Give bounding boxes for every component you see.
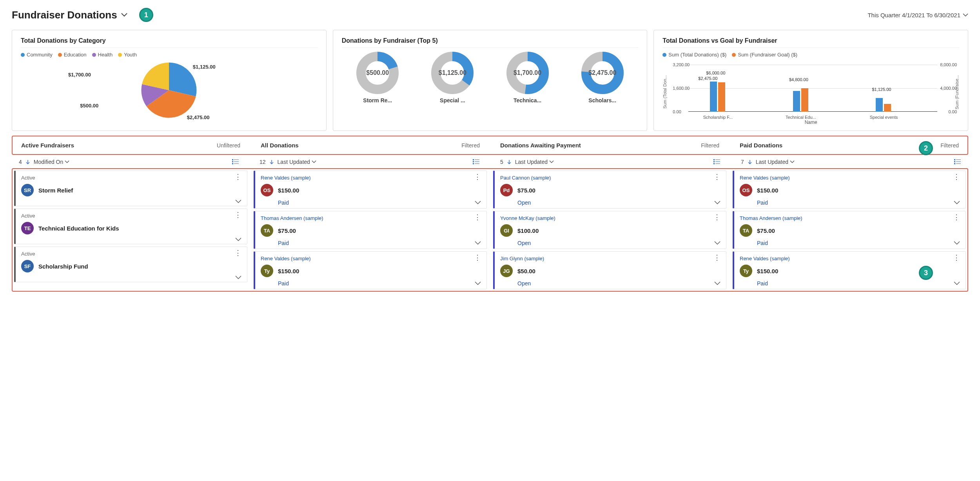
- chevron-down-icon[interactable]: [954, 201, 960, 205]
- more-icon[interactable]: ⋮: [474, 215, 481, 220]
- card-amount: $150.00: [278, 268, 299, 274]
- sort-field[interactable]: Modified On: [34, 159, 69, 165]
- pie-label-health: $500.00: [80, 103, 98, 109]
- bar-goal-label: $6,000.00: [706, 71, 725, 75]
- chevron-down-icon[interactable]: [954, 241, 960, 245]
- chevron-down-icon[interactable]: [714, 281, 720, 285]
- pie-label-education: $2,475.00: [187, 114, 210, 120]
- more-icon[interactable]: ⋮: [474, 256, 481, 260]
- more-icon[interactable]: ⋮: [474, 175, 481, 179]
- list-controls: 12Last Updated: [252, 156, 487, 168]
- more-icon[interactable]: ⋮: [953, 175, 960, 179]
- chevron-down-icon[interactable]: [235, 200, 241, 203]
- card-contact-link[interactable]: Yvonne McKay (sample): [500, 215, 555, 221]
- card-contact-link[interactable]: Rene Valdes (sample): [261, 256, 311, 261]
- list-card[interactable]: Thomas Andersen (sample)⋮TA$75.00Paid: [733, 211, 966, 249]
- more-icon[interactable]: ⋮: [953, 256, 960, 260]
- svg-rect-24: [713, 163, 715, 164]
- chart-category: Total Donations by Category CommunityEdu…: [12, 30, 327, 131]
- legend-item: Health: [92, 52, 113, 58]
- view-toggle-icon[interactable]: [473, 159, 480, 165]
- more-icon[interactable]: ⋮: [234, 175, 241, 179]
- list-filter-state: Filtered: [701, 142, 719, 149]
- page-title-group: Fundraiser Donations 1: [12, 8, 153, 22]
- list-header: Donations Awaiting PaymentFiltered: [493, 138, 726, 152]
- sort-arrow-icon[interactable]: [269, 159, 274, 165]
- legend-item: Education: [58, 52, 87, 58]
- legend-label: Youth: [124, 52, 137, 58]
- more-icon[interactable]: ⋮: [713, 175, 720, 179]
- avatar: TE: [21, 222, 34, 234]
- sort-field[interactable]: Last Updated: [278, 159, 316, 165]
- svg-rect-9: [234, 160, 239, 160]
- chevron-down-icon[interactable]: [714, 201, 720, 205]
- avatar: OS: [261, 184, 273, 196]
- donut-label: Storm Re...: [363, 97, 392, 103]
- sort-field[interactable]: Last Updated: [756, 159, 795, 165]
- swatch-icon: [21, 53, 25, 57]
- chevron-down-icon[interactable]: [121, 13, 127, 17]
- card-contact-link[interactable]: Paul Cannon (sample): [500, 175, 551, 181]
- more-icon[interactable]: ⋮: [713, 215, 720, 220]
- list-count: 12: [260, 159, 266, 165]
- svg-rect-14: [473, 159, 474, 160]
- more-icon[interactable]: ⋮: [234, 213, 241, 217]
- list-card[interactable]: Rene Valdes (sample)⋮OS$150.00Paid: [254, 171, 487, 209]
- chevron-down-icon: [65, 160, 69, 163]
- list-filter-state: Unfiltered: [217, 142, 240, 149]
- list-card[interactable]: Rene Valdes (sample)⋮Ty$150.00Paid: [254, 251, 487, 289]
- list-card[interactable]: Active⋮TETechnical Education for Kids: [14, 209, 247, 244]
- svg-rect-8: [232, 159, 233, 160]
- card-amount: $75.00: [517, 187, 535, 194]
- view-toggle-icon[interactable]: [954, 159, 961, 165]
- bar-donations: [793, 91, 800, 112]
- chart-goal: Total Donations vs Goal by Fundraiser Su…: [653, 30, 968, 131]
- more-icon[interactable]: ⋮: [953, 215, 960, 220]
- chevron-down-icon[interactable]: [714, 241, 720, 245]
- list-header: All DonationsFiltered: [254, 138, 487, 152]
- bar-group: $2,475.00$6,000.00Scholarship F...: [710, 82, 725, 112]
- date-range-selector[interactable]: This Quarter 4/1/2021 To 6/30/2021: [867, 12, 968, 18]
- list-card[interactable]: Active⋮SRStorm Relief: [14, 171, 247, 206]
- chevron-down-icon[interactable]: [235, 276, 241, 280]
- chevron-down-icon[interactable]: [954, 281, 960, 285]
- card-amount: $150.00: [757, 268, 778, 274]
- list-card[interactable]: Thomas Andersen (sample)⋮TA$75.00Paid: [254, 211, 487, 249]
- card-status-label: Active: [21, 175, 35, 181]
- list-controls: 4Modified On: [12, 156, 246, 168]
- chevron-down-icon[interactable]: [475, 281, 481, 285]
- view-toggle-icon[interactable]: [713, 159, 720, 165]
- sort-arrow-icon[interactable]: [747, 159, 753, 165]
- avatar: SR: [21, 184, 34, 196]
- card-contact-link[interactable]: Thomas Andersen (sample): [740, 215, 802, 221]
- list-card[interactable]: Active⋮SFScholarship Fund: [14, 247, 247, 282]
- list-title: Donations Awaiting Payment: [500, 142, 581, 149]
- more-icon[interactable]: ⋮: [713, 256, 720, 260]
- chevron-down-icon: [790, 160, 795, 163]
- view-toggle-icon[interactable]: [232, 159, 239, 165]
- page-title[interactable]: Fundraiser Donations: [12, 9, 117, 21]
- avatar: Ty: [261, 265, 273, 277]
- chevron-down-icon[interactable]: [475, 201, 481, 205]
- sort-arrow-icon[interactable]: [25, 159, 31, 165]
- svg-rect-29: [956, 162, 961, 162]
- card-contact-link[interactable]: Jim Glynn (sample): [500, 256, 544, 261]
- list-filter-state: Filtered: [461, 142, 480, 149]
- list-card[interactable]: Jim Glynn (sample)⋮JG$50.00Open: [493, 251, 726, 289]
- bar-goal-label: $1,125.00: [872, 87, 891, 92]
- list-card[interactable]: Rene Valdes (sample)⋮OS$150.00Paid: [733, 171, 966, 209]
- card-contact-link[interactable]: Rene Valdes (sample): [740, 175, 790, 181]
- chevron-down-icon[interactable]: [475, 241, 481, 245]
- card-contact-link[interactable]: Rene Valdes (sample): [261, 175, 311, 181]
- chart-legend: CommunityEducationHealthYouth: [21, 52, 318, 58]
- card-contact-link[interactable]: Thomas Andersen (sample): [261, 215, 323, 221]
- list-card[interactable]: Paul Cannon (sample)⋮Pd$75.00Open: [493, 171, 726, 209]
- card-contact-link[interactable]: Rene Valdes (sample): [740, 256, 790, 261]
- sort-field[interactable]: Last Updated: [515, 159, 554, 165]
- legend-label: Education: [64, 52, 87, 58]
- chevron-down-icon[interactable]: [235, 238, 241, 241]
- more-icon[interactable]: ⋮: [234, 251, 241, 255]
- list-card[interactable]: Yvonne McKay (sample)⋮GI$100.00Open: [493, 211, 726, 249]
- sort-arrow-icon[interactable]: [506, 159, 512, 165]
- cards-column: Active⋮SRStorm ReliefActive⋮TETechnical …: [14, 171, 247, 289]
